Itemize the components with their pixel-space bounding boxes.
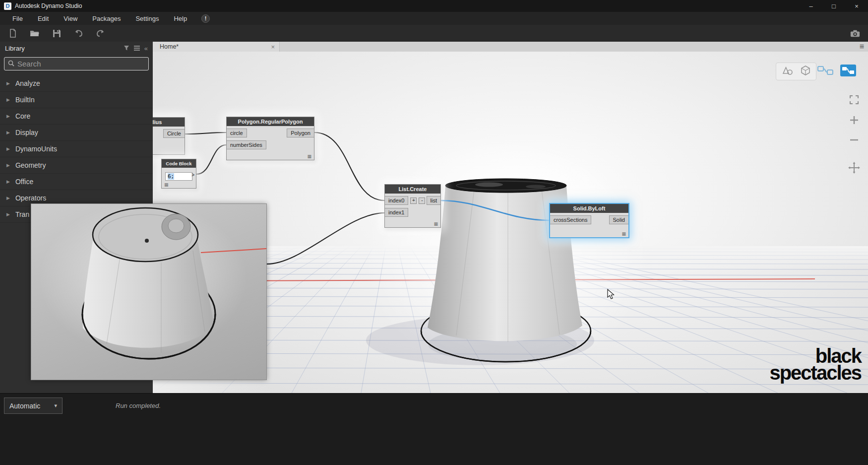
preview-3d-scene bbox=[31, 204, 266, 380]
port-in-crosssections[interactable]: crossSections bbox=[550, 215, 591, 224]
port-out-polygon[interactable]: Polygon bbox=[287, 129, 314, 137]
remove-input-button[interactable]: - bbox=[419, 198, 425, 204]
expand-arrow-icon: ▶ bbox=[6, 97, 10, 102]
node-title: Polygon.RegularPolygon bbox=[227, 117, 314, 126]
wire-circle-to-polygon[interactable] bbox=[185, 133, 226, 134]
view-mode-toggle-group bbox=[812, 63, 861, 80]
collapse-library-icon[interactable]: « bbox=[144, 45, 148, 52]
library-item-label: Operators bbox=[15, 194, 46, 202]
menu-bar: File Edit View Packages Settings Help ! bbox=[0, 12, 868, 25]
port-out-codeblock[interactable]: > bbox=[191, 172, 194, 178]
wire-codeblock-to-polygon[interactable] bbox=[196, 145, 226, 174]
library-title: Library bbox=[5, 45, 25, 52]
library-item-label: Geometry bbox=[15, 161, 46, 169]
wire-polygon-to-list[interactable] bbox=[314, 133, 384, 200]
app-title: Autodesk Dynamo Studio bbox=[15, 2, 82, 9]
port-in-index0[interactable]: index0 bbox=[385, 196, 408, 205]
menu-file[interactable]: File bbox=[5, 12, 30, 25]
save-icon[interactable] bbox=[52, 28, 62, 38]
library-item-label: Display bbox=[15, 129, 38, 136]
minimize-icon[interactable]: – bbox=[800, 0, 822, 12]
port-in-numbersides[interactable]: numberSides bbox=[227, 140, 266, 149]
new-file-icon[interactable] bbox=[8, 28, 18, 38]
expand-arrow-icon: ▶ bbox=[6, 81, 10, 86]
node-list-create[interactable]: List.Create index0 + - list index1 ▦ bbox=[384, 184, 441, 228]
notifications-icon[interactable]: ! bbox=[201, 14, 210, 23]
add-input-button[interactable]: + bbox=[410, 198, 417, 204]
undo-icon[interactable] bbox=[73, 28, 83, 38]
zoom-out-icon[interactable] bbox=[849, 135, 859, 147]
library-view-icon[interactable] bbox=[134, 46, 140, 51]
canvas-nav-controls bbox=[848, 94, 860, 184]
lofted-solid-geometry bbox=[362, 133, 650, 377]
port-out-solid[interactable]: Solid bbox=[609, 215, 628, 224]
port-out-list[interactable]: list bbox=[427, 196, 440, 205]
library-item-geometry[interactable]: ▶ Geometry bbox=[0, 157, 153, 174]
pan-icon[interactable] bbox=[848, 162, 860, 176]
tab-label: Home* bbox=[160, 43, 179, 50]
code-block-input[interactable]: 6; bbox=[165, 172, 192, 181]
node-title: List.Create bbox=[385, 185, 440, 194]
expand-arrow-icon: ▶ bbox=[6, 196, 10, 200]
library-item-label: DynamoUnits bbox=[15, 145, 57, 153]
lacing-icon[interactable]: ▦ bbox=[621, 231, 626, 236]
chevron-down-icon: ▾ bbox=[54, 402, 57, 409]
library-item-label: BuiltIn bbox=[15, 96, 35, 104]
library-header: Library « bbox=[0, 42, 153, 55]
geometry-view-icon[interactable] bbox=[840, 65, 856, 78]
library-item-display[interactable]: ▶ Display bbox=[0, 125, 153, 141]
library-item-dynamounits[interactable]: ▶ DynamoUnits bbox=[0, 141, 153, 157]
background-preview-popup[interactable] bbox=[31, 203, 267, 380]
lacing-icon[interactable]: ▦ bbox=[164, 182, 169, 187]
tab-home[interactable]: Home* × bbox=[153, 42, 280, 52]
library-search-box bbox=[4, 57, 149, 70]
geometry-preview-icon[interactable] bbox=[781, 65, 793, 78]
library-item-analyze[interactable]: ▶ Analyze bbox=[0, 75, 153, 92]
port-in-index1[interactable]: index1 bbox=[385, 208, 408, 217]
expand-arrow-icon: ▶ bbox=[6, 163, 10, 168]
node-solid-byloft[interactable]: Solid.ByLoft crossSections Solid ▦ bbox=[549, 203, 629, 238]
expand-arrow-icon: ▶ bbox=[6, 146, 10, 151]
node-polygon-regularpolygon[interactable]: Polygon.RegularPolygon circle Polygon nu… bbox=[226, 117, 314, 160]
workspace-menu-icon[interactable]: ≡ bbox=[860, 42, 864, 51]
expand-arrow-icon: ▶ bbox=[6, 114, 10, 119]
solid-display-icon[interactable] bbox=[800, 65, 811, 78]
library-item-builtin[interactable]: ▶ BuiltIn bbox=[0, 92, 153, 108]
tab-close-icon[interactable]: × bbox=[271, 43, 275, 51]
black-spectacles-watermark: black spectacles bbox=[769, 347, 861, 381]
dynamo-logo-icon: D bbox=[4, 2, 11, 10]
run-status-message: Run completed. bbox=[116, 402, 161, 409]
port-in-circle[interactable]: circle bbox=[227, 129, 247, 137]
menu-help[interactable]: Help bbox=[166, 12, 194, 25]
expand-arrow-icon: ▶ bbox=[6, 130, 10, 135]
library-item-core[interactable]: ▶ Core bbox=[0, 108, 153, 125]
port-out-circle[interactable]: Circle bbox=[163, 129, 185, 138]
lacing-icon[interactable]: ▦ bbox=[307, 154, 311, 159]
graph-view-icon[interactable] bbox=[817, 65, 833, 78]
search-input[interactable] bbox=[17, 60, 145, 68]
menu-view[interactable]: View bbox=[56, 12, 85, 25]
maximize-icon[interactable]: □ bbox=[822, 0, 845, 12]
export-image-camera-icon[interactable] bbox=[850, 28, 860, 38]
menu-edit[interactable]: Edit bbox=[30, 12, 56, 25]
node-code-block[interactable]: Code Block 6; > ▦ bbox=[161, 159, 196, 189]
close-icon[interactable]: × bbox=[845, 0, 868, 12]
run-mode-dropdown[interactable]: Automatic ▾ bbox=[4, 398, 62, 414]
status-bar: Automatic ▾ Run completed. bbox=[0, 393, 868, 465]
toolbar bbox=[0, 25, 868, 42]
mouse-cursor-icon bbox=[607, 289, 615, 302]
redo-icon[interactable] bbox=[95, 28, 105, 38]
filter-icon[interactable] bbox=[124, 45, 129, 51]
menu-settings[interactable]: Settings bbox=[128, 12, 166, 25]
zoom-fit-icon[interactable] bbox=[849, 94, 860, 107]
library-item-label: Tran bbox=[15, 210, 29, 218]
open-file-icon[interactable] bbox=[30, 28, 40, 38]
zoom-in-icon[interactable] bbox=[849, 115, 859, 127]
node-circle-bycenterpointradius[interactable]: Circle.ByCenterPointRadius Circle bbox=[153, 117, 185, 155]
library-item-office[interactable]: ▶ Office bbox=[0, 174, 153, 190]
node-title: Circle.ByCenterPointRadius bbox=[153, 118, 185, 127]
menu-packages[interactable]: Packages bbox=[85, 12, 128, 25]
title-bar: D Autodesk Dynamo Studio – □ × bbox=[0, 0, 868, 12]
lacing-icon[interactable]: ▦ bbox=[434, 221, 438, 226]
library-item-label: Office bbox=[15, 178, 33, 186]
